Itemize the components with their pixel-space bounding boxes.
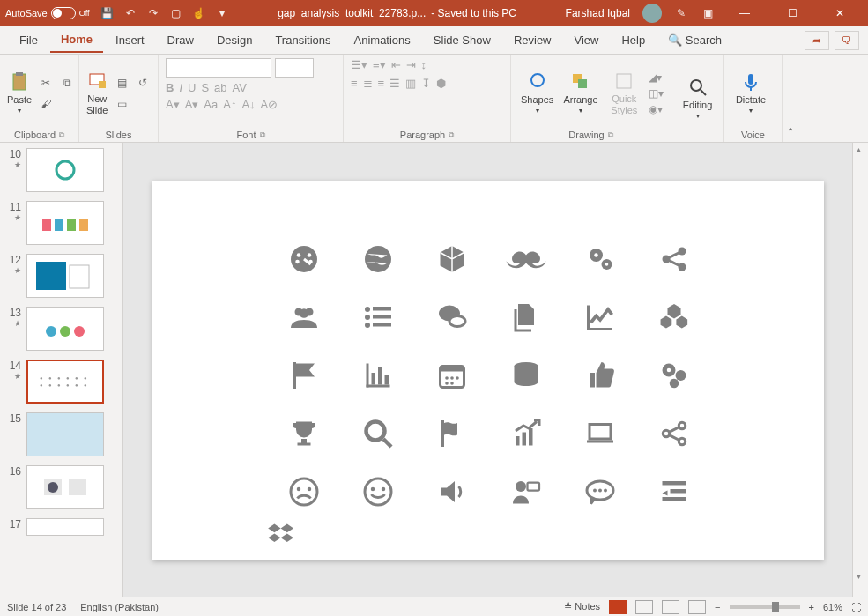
thumb-14[interactable]: ●●●●●●●●●●●● — [26, 360, 104, 404]
mustache-icon[interactable] — [489, 230, 563, 288]
cube-icon[interactable] — [415, 230, 489, 288]
indent-inc-icon[interactable]: ⇥ — [406, 58, 416, 71]
text-direction-icon[interactable]: ↧ — [421, 77, 431, 90]
avatar[interactable] — [642, 4, 662, 23]
present-icon[interactable]: ▢ — [169, 6, 183, 20]
smartart-icon[interactable]: ⬢ — [436, 77, 446, 90]
undo-icon[interactable]: ↶ — [123, 6, 137, 20]
share-button[interactable]: ➦ — [805, 31, 829, 50]
thumb-15[interactable] — [26, 412, 104, 456]
collapse-ribbon-icon[interactable]: ⌃ — [783, 55, 798, 142]
thumbs-up-icon[interactable] — [563, 346, 637, 404]
comments-icon[interactable] — [563, 463, 637, 521]
minimize-button[interactable]: — — [727, 0, 762, 26]
files-icon[interactable] — [489, 288, 563, 346]
shape-outline-icon[interactable]: ◫▾ — [649, 87, 664, 100]
share-icon[interactable] — [637, 230, 711, 288]
database-icon[interactable] — [489, 346, 563, 404]
line-chart-icon[interactable] — [563, 288, 637, 346]
bullets-icon[interactable]: ☰▾ — [351, 58, 367, 71]
qat-more-icon[interactable]: ▾ — [215, 6, 229, 20]
thumb-11[interactable] — [26, 201, 104, 245]
char-spacing-icon[interactable]: AV — [233, 81, 247, 94]
grow-font-icon[interactable]: A↑ — [223, 98, 236, 111]
zoom-in-icon[interactable]: + — [809, 602, 814, 612]
shape-fill-icon[interactable]: ◢▾ — [649, 71, 664, 84]
tab-search[interactable]: 🔍 Search — [657, 28, 732, 52]
trophy-icon[interactable] — [267, 404, 341, 463]
flag-icon[interactable] — [267, 346, 341, 404]
fit-icon[interactable]: ⛶ — [851, 602, 861, 612]
slide-canvas[interactable] — [152, 181, 824, 560]
clear-format-icon[interactable]: A⊘ — [261, 98, 278, 111]
numbering-icon[interactable]: ≡▾ — [373, 58, 386, 71]
close-button[interactable]: ✕ — [822, 0, 857, 26]
thumb-12[interactable] — [26, 254, 104, 298]
thumb-10[interactable] — [26, 148, 104, 192]
calendar-icon[interactable] — [415, 346, 489, 404]
share2-icon[interactable] — [637, 404, 711, 463]
notes-button[interactable]: ≙ Notes — [564, 601, 600, 612]
indent-dec-icon[interactable]: ⇤ — [391, 58, 401, 71]
new-slide-button[interactable]: New Slide — [86, 63, 108, 124]
autosave-switch[interactable] — [51, 7, 76, 19]
dropbox-icon[interactable] — [267, 521, 299, 555]
tab-view[interactable]: View — [564, 28, 610, 52]
reading-view-icon[interactable] — [662, 600, 679, 614]
font-launcher-icon[interactable]: ⧉ — [260, 130, 265, 140]
clipboard-launcher-icon[interactable]: ⧉ — [59, 130, 64, 140]
cubes-icon[interactable] — [637, 288, 711, 346]
normal-view-icon[interactable] — [609, 600, 627, 614]
gauge-icon[interactable] — [267, 230, 341, 288]
reset-icon[interactable]: ↺ — [134, 74, 152, 92]
save-icon[interactable]: 💾 — [100, 6, 115, 20]
shape-effects-icon[interactable]: ◉▾ — [649, 103, 664, 115]
section-icon[interactable]: ▭ — [113, 95, 130, 113]
font-size-input[interactable] — [275, 58, 314, 78]
paragraph-launcher-icon[interactable]: ⧉ — [449, 130, 454, 140]
chat-icon[interactable] — [415, 288, 489, 346]
justify-icon[interactable]: ☰ — [389, 77, 400, 90]
align-center-icon[interactable]: ≣ — [363, 77, 373, 90]
tab-home[interactable]: Home — [50, 27, 103, 53]
tab-insert[interactable]: Insert — [105, 28, 155, 52]
tab-transitions[interactable]: Transitions — [264, 28, 341, 52]
tab-design[interactable]: Design — [206, 28, 263, 52]
tab-draw[interactable]: Draw — [157, 28, 204, 52]
shadow-icon[interactable]: ab — [214, 81, 226, 94]
bar-chart-icon[interactable] — [341, 346, 415, 404]
tab-animations[interactable]: Animations — [344, 28, 421, 52]
line-spacing-icon[interactable]: ↕ — [421, 58, 427, 71]
arrange-button[interactable]: Arrange▾ — [561, 63, 599, 124]
happy-face-icon[interactable] — [341, 463, 415, 521]
flag-wave-icon[interactable] — [415, 404, 489, 463]
thumb-17[interactable] — [26, 518, 104, 536]
underline-icon[interactable]: U — [188, 81, 196, 94]
copy-icon[interactable]: ⧉ — [58, 74, 76, 92]
zoom-level[interactable]: 61% — [823, 602, 842, 612]
columns-icon[interactable]: ▥ — [405, 77, 416, 90]
cut-icon[interactable]: ✂ — [37, 74, 55, 92]
touch-icon[interactable]: ☝ — [192, 6, 206, 20]
zoom-slider[interactable] — [730, 605, 800, 609]
simplify-ribbon-icon[interactable]: ✎ — [674, 6, 688, 20]
gears2-icon[interactable] — [637, 346, 711, 404]
speaker-icon[interactable] — [415, 463, 489, 521]
tab-slideshow[interactable]: Slide Show — [423, 28, 501, 52]
layout-icon[interactable]: ▤ — [113, 74, 130, 92]
globe-icon[interactable] — [341, 230, 415, 288]
search-icon[interactable] — [341, 404, 415, 463]
gears-icon[interactable] — [563, 230, 637, 288]
sorter-view-icon[interactable] — [635, 600, 653, 614]
redo-icon[interactable]: ↷ — [146, 6, 160, 20]
language-status[interactable]: English (Pakistan) — [80, 602, 159, 612]
paste-button[interactable]: Paste ▾ — [7, 63, 32, 124]
align-right-icon[interactable]: ≡ — [378, 77, 385, 90]
slide-thumbnails[interactable]: 10★ 11★ 12★ 13★ 14★●●●●●●●●●●●● 15 16 17 — [0, 143, 123, 597]
font-color-icon[interactable]: A▾ — [166, 98, 180, 111]
dictate-button[interactable]: Dictate▾ — [731, 63, 770, 124]
italic-icon[interactable]: I — [179, 81, 182, 94]
growth-chart-icon[interactable] — [489, 404, 563, 463]
zoom-out-icon[interactable]: − — [715, 602, 720, 612]
quick-styles-button[interactable]: Quick Styles — [605, 63, 643, 124]
